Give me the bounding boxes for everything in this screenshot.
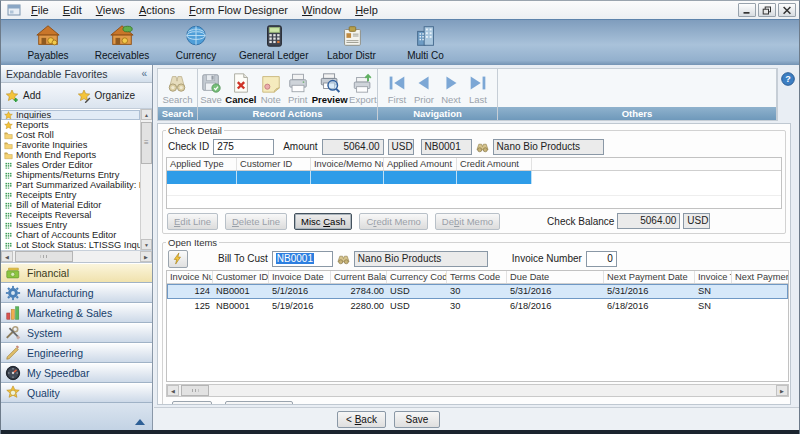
- accordion-item-quality[interactable]: Quality: [1, 383, 152, 403]
- column-header-currency-code[interactable]: Currency Code: [387, 271, 447, 283]
- column-header-invoice-memo-number[interactable]: Invoice/Memo Number: [311, 158, 384, 170]
- applied-grid[interactable]: Applied TypeCustomer IDInvoice/Memo Numb…: [166, 157, 782, 209]
- toolbar-receivables[interactable]: Receivables: [91, 23, 153, 61]
- close-button[interactable]: [778, 3, 796, 17]
- grid-scroll-left-arrow-icon[interactable]: ◀: [167, 385, 179, 396]
- accordion-item-manufacturing[interactable]: Manufacturing: [1, 283, 152, 303]
- favorite-item-label: Receipts Entry: [16, 190, 76, 200]
- favorite-item-chart-of-accounts-editor[interactable]: Chart of Accounts Editor: [1, 230, 140, 240]
- back-button[interactable]: < Back: [337, 411, 386, 428]
- accordion-item-marketing-sales[interactable]: Marketing & Sales: [1, 303, 152, 323]
- favorite-item-bill-of-material-editor[interactable]: Bill of Material Editor: [1, 200, 140, 210]
- pay-button[interactable]: Pay: [172, 401, 212, 405]
- favorite-item-inquiries[interactable]: Inquiries: [1, 110, 140, 120]
- table-row[interactable]: 125NB00015/19/20162280.00USD306/18/20166…: [167, 299, 788, 314]
- minimize-button[interactable]: [738, 3, 756, 17]
- column-header-credit-amount[interactable]: Credit Amount: [457, 158, 532, 170]
- toolbar-labor-distr[interactable]: Labor Distr: [321, 23, 383, 61]
- grid-cell: [167, 171, 237, 184]
- refresh-open-items-button[interactable]: [168, 250, 188, 268]
- menu-window[interactable]: Window: [295, 2, 348, 18]
- organize-favorites-button[interactable]: Organize: [77, 89, 149, 103]
- invoice-number-input[interactable]: [586, 251, 617, 267]
- menu-actions[interactable]: Actions: [132, 2, 182, 18]
- scroll-up-arrow-icon[interactable]: ▲: [141, 109, 152, 120]
- column-header-invoice-date[interactable]: Invoice Date: [269, 271, 331, 283]
- table-row[interactable]: 124NB00015/1/20162784.00USD305/31/20165/…: [167, 284, 788, 299]
- column-header-invoice-number[interactable]: Invoice Number: [167, 271, 213, 283]
- accordion-item-financial[interactable]: Financial: [1, 263, 152, 283]
- scroll-right-arrow-icon[interactable]: ▶: [140, 251, 152, 262]
- menu-edit[interactable]: Edit: [56, 2, 89, 18]
- favorite-item-sales-order-editor[interactable]: Sales Order Editor: [1, 160, 140, 170]
- grid-horizontal-scrollbar[interactable]: ◀ ▶: [166, 384, 789, 397]
- bill-to-name-field: Nano Bio Products: [354, 251, 488, 267]
- column-header-next-payment-amount[interactable]: Next Payment Amount: [732, 271, 788, 283]
- organize-star-icon: [77, 89, 91, 103]
- column-header-customer-id[interactable]: Customer ID: [237, 158, 311, 170]
- favorite-item-issues-entry[interactable]: Issues Entry: [1, 220, 140, 230]
- vertical-scroll-thumb[interactable]: [141, 122, 152, 164]
- column-header-invoice-type[interactable]: Invoice Type: [695, 271, 732, 283]
- column-header-customer-id[interactable]: Customer ID: [213, 271, 269, 283]
- column-header-due-date[interactable]: Due Date: [507, 271, 604, 283]
- favorite-item-month-end-reports[interactable]: Month End Reports: [1, 150, 140, 160]
- toolbar-multi-co[interactable]: Multi Co: [395, 23, 457, 61]
- favorite-item-lot-stock-status-ltissg-inquiry[interactable]: Lot Stock Status: LTISSG Inquiry: [1, 240, 140, 250]
- grid-cell: 6/18/2016: [604, 299, 695, 314]
- menu-file[interactable]: File: [24, 2, 56, 18]
- selected-empty-row[interactable]: [167, 171, 781, 184]
- menu-views[interactable]: Views: [89, 2, 132, 18]
- restore-button[interactable]: [758, 3, 776, 17]
- accordion-item-engineering[interactable]: Engineering: [1, 343, 152, 363]
- accordion-item-my-speedbar[interactable]: My Speedbar: [1, 363, 152, 383]
- column-header-applied-type[interactable]: Applied Type: [167, 158, 237, 170]
- column-header-current-balance[interactable]: Current Balance: [331, 271, 387, 283]
- grid-scroll-right-arrow-icon[interactable]: ▶: [776, 385, 788, 396]
- help-icon[interactable]: ?: [781, 72, 795, 86]
- favorites-vertical-scrollbar[interactable]: ▲ ▼: [140, 109, 152, 250]
- preview-button[interactable]: Preview: [312, 71, 348, 106]
- empty-row: [167, 184, 781, 196]
- favorite-item-reports[interactable]: Reports: [1, 120, 140, 130]
- labor-distr-icon: [339, 23, 365, 49]
- accordion-item-system[interactable]: System: [1, 323, 152, 343]
- favorite-item-part-summarized-availability-icisag-inq[interactable]: Part Summarized Availability: ICISAG Inq: [1, 180, 140, 190]
- partial-pay-button[interactable]: Partial Pay: [225, 401, 293, 405]
- favorites-horizontal-scrollbar[interactable]: ◀ ▶: [1, 251, 152, 263]
- menu-help[interactable]: Help: [348, 2, 385, 18]
- scroll-down-arrow-icon[interactable]: ▼: [141, 239, 152, 250]
- accordion-up-arrow-icon[interactable]: [135, 419, 145, 425]
- collapse-sidebar-button[interactable]: «: [141, 68, 147, 79]
- toolbar-currency[interactable]: Currency: [165, 23, 227, 61]
- misc-cash-button[interactable]: Misc Cash: [294, 213, 352, 230]
- customer-id-field: NB0001: [421, 139, 472, 155]
- add-favorite-button[interactable]: Add: [5, 89, 77, 103]
- ribbon-group-caption-record-actions: Record Actions: [198, 107, 377, 120]
- favorite-item-shipments-returns-entry[interactable]: Shipments/Returns Entry: [1, 170, 140, 180]
- toolbar-general-ledger[interactable]: General Ledger: [239, 23, 309, 61]
- bill-to-input[interactable]: NB0001: [272, 251, 333, 267]
- favorite-item-label: Sales Order Editor: [16, 160, 92, 170]
- grid-scroll-thumb[interactable]: [181, 385, 209, 396]
- toolbar-payables[interactable]: Payables: [17, 23, 79, 61]
- cancel-button[interactable]: Cancel: [225, 71, 257, 106]
- menu-form-flow-designer[interactable]: Form Flow Designer: [182, 2, 295, 18]
- favorite-item-favorite-inquiries[interactable]: Favorite Inquiries: [1, 140, 140, 150]
- column-header-applied-amount[interactable]: Applied Amount: [384, 158, 457, 170]
- favorite-item-receipts-reversal[interactable]: Receipts Reversal: [1, 210, 140, 220]
- save-button[interactable]: Save: [394, 411, 440, 428]
- bill-to-lookup-icon[interactable]: [337, 253, 350, 265]
- print-button: Print: [285, 71, 311, 106]
- check-id-input[interactable]: [213, 139, 274, 155]
- horizontal-scroll-thumb[interactable]: [15, 251, 73, 262]
- sidebar-header: Expandable Favorites «: [1, 65, 152, 83]
- customer-lookup-icon[interactable]: [476, 141, 489, 153]
- open-items-grid[interactable]: Invoice NumberCustomer IDInvoice DateCur…: [166, 270, 789, 382]
- favorite-item-receipts-entry[interactable]: Receipts Entry: [1, 190, 140, 200]
- column-header-next-payment-date[interactable]: Next Payment Date: [604, 271, 695, 283]
- favorite-item-cost-roll[interactable]: Cost Roll: [1, 130, 140, 140]
- scroll-left-arrow-icon[interactable]: ◀: [1, 251, 13, 262]
- column-header-terms-code[interactable]: Terms Code: [447, 271, 507, 283]
- pay-buttons: PayPartial Pay: [166, 397, 789, 405]
